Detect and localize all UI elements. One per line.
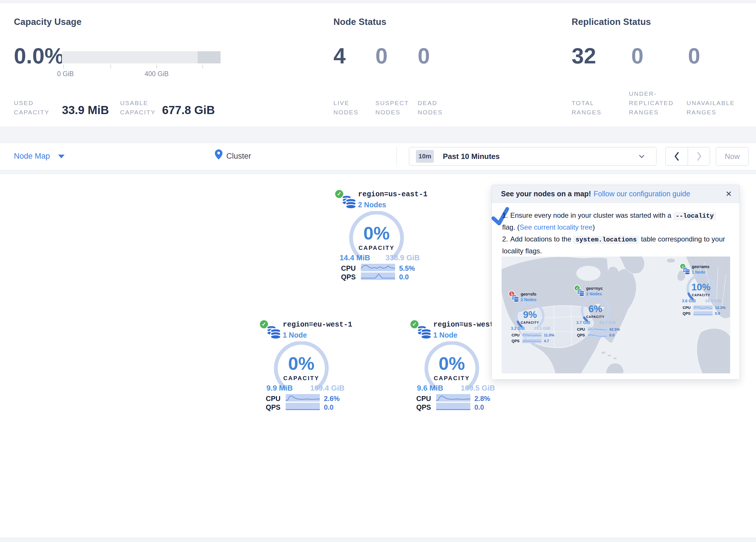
config-step-2: 2.Add locations to the system.locations … xyxy=(502,234,731,256)
locality-tree-link[interactable]: See current locality tree xyxy=(520,223,592,231)
qps-value: 0.0 xyxy=(609,333,614,337)
capacity-label: CAPACITY xyxy=(678,293,724,297)
capacity-used-value: 3.7 GiB xyxy=(572,320,594,325)
capacity-total-value: 65.7 GiB xyxy=(596,320,619,325)
replication-status-title: Replication Status xyxy=(572,17,651,27)
axis-tick-label: 0 GiB xyxy=(48,70,83,78)
locality-label: region=eu-west-1 xyxy=(283,321,352,329)
cpu-row: CPU 12.3% xyxy=(678,306,726,310)
cpu-value: 11.0% xyxy=(544,333,554,337)
unavailable-label: UNAVAILABLE RANGES xyxy=(687,98,742,117)
configuration-guide-link[interactable]: Follow our configuration guide xyxy=(594,190,690,198)
qps-sparkline xyxy=(588,333,607,337)
capacity-percent: 0% xyxy=(330,223,423,243)
qps-label: QPS xyxy=(255,403,280,412)
cpu-value: 2.6% xyxy=(324,395,340,403)
breadcrumb[interactable]: Cluster xyxy=(215,149,223,161)
capacity-percent: 10% xyxy=(678,282,724,293)
live-nodes-count: 4 xyxy=(333,45,346,67)
time-range-dropdown[interactable]: 10m Past 10 Minutes xyxy=(409,147,656,166)
used-capacity-value: 33.9 MiB xyxy=(62,104,109,117)
locality-label: geo=ams xyxy=(692,264,709,269)
cpu-sparkline xyxy=(361,264,395,271)
view-selector-dropdown[interactable]: Node Map xyxy=(14,152,65,161)
node-group-us-east-1[interactable]: ✓ region=us-east-1 2 Nodes 0% CAPACITY 1… xyxy=(330,188,423,284)
database-stack-icon xyxy=(416,325,432,340)
cpu-value: 12.3% xyxy=(715,306,726,310)
capacity-used-value: 3.6 GiB xyxy=(678,299,700,303)
map-node-geo-nyc[interactable]: ✓ geo=nyc 2 Nodes 6% CAPACITY 3.7 GiB 65… xyxy=(572,284,620,339)
code-system-locations: system.locations xyxy=(573,236,639,244)
qps-label: QPS xyxy=(572,333,585,337)
qps-value: 0.0 xyxy=(399,273,409,281)
now-button[interactable]: Now xyxy=(716,147,749,166)
cpu-row: CPU 11.0% xyxy=(507,333,555,338)
qps-label: QPS xyxy=(507,339,520,343)
qps-value: 0.0 xyxy=(324,403,333,412)
qps-row: QPS 0.0 xyxy=(405,403,498,411)
qps-row: QPS 4.7 xyxy=(507,339,555,344)
capacity-usage-bar xyxy=(62,51,221,63)
map-node-geo-sfo[interactable]: 1 geo=sfo 2 Nodes 9% CAPACITY 3.2 GiB 35… xyxy=(507,290,555,345)
capacity-usage-title: Capacity Usage xyxy=(14,17,82,27)
cpu-row: CPU 42.5% xyxy=(572,327,620,332)
cpu-label: CPU xyxy=(255,395,280,403)
node-group-us-west-1[interactable]: ✓ region=us-west-1 1 Node 0% CAPACITY 9.… xyxy=(405,319,498,414)
node-map-panel: ✓ region=us-east-1 2 Nodes 0% CAPACITY 1… xyxy=(0,174,756,538)
time-step-forward-button[interactable] xyxy=(688,147,710,165)
node-count-link[interactable]: 2 Nodes xyxy=(358,201,386,209)
capacity-label: CAPACITY xyxy=(330,245,423,251)
node-map-config-popup: See your nodes on a map! Follow our conf… xyxy=(491,185,740,380)
capacity-used-value: 3.2 GiB xyxy=(507,326,529,331)
node-count-link: 2 Nodes xyxy=(521,297,536,302)
capacity-used-value: 14.4 MiB xyxy=(333,253,377,262)
cpu-sparkline xyxy=(693,306,713,310)
cpu-label: CPU xyxy=(405,395,431,403)
qps-label: QPS xyxy=(330,273,356,281)
locality-label: region=us-east-1 xyxy=(358,190,427,198)
total-ranges-count: 32 xyxy=(572,45,596,67)
cpu-label: CPU xyxy=(678,306,691,310)
node-group-eu-west-1[interactable]: ✓ region=eu-west-1 1 Node 0% CAPACITY 9.… xyxy=(255,319,348,414)
map-pin-icon xyxy=(215,149,223,159)
qps-value: 0.0 xyxy=(474,403,484,412)
capacity-percent: 0% xyxy=(405,353,498,374)
qps-sparkline xyxy=(436,403,470,410)
suspect-nodes-label: SUSPECT NODES xyxy=(375,98,412,117)
config-step-1: 1.Ensure every node in your cluster was … xyxy=(502,210,731,233)
database-stack-icon xyxy=(511,295,520,302)
node-count-link: 2 Nodes xyxy=(586,292,602,296)
cpu-row: CPU 2.8% xyxy=(405,395,498,402)
database-stack-icon xyxy=(682,267,691,275)
capacity-total-value: 338.9 GiB xyxy=(381,253,424,262)
capacity-percent: 9% xyxy=(507,309,553,320)
cpu-sparkline xyxy=(286,394,320,402)
code-locality-flag: --locality xyxy=(673,212,716,220)
qps-row: QPS 0.0 xyxy=(678,311,726,316)
step-number: 1. xyxy=(502,210,510,221)
capacity-total-value: 169.5 GiB xyxy=(456,384,500,393)
database-stack-icon xyxy=(341,194,357,209)
cpu-sparkline xyxy=(588,327,607,332)
locality-label: geo=nyc xyxy=(586,286,603,291)
close-icon[interactable]: ✕ xyxy=(725,189,732,198)
chevron-left-icon xyxy=(674,152,680,161)
usable-capacity-label: USABLE CAPACITY xyxy=(120,98,162,117)
node-count-link[interactable]: 1 Node xyxy=(433,331,457,339)
capacity-total-value: 34.4 GiB xyxy=(702,299,725,303)
map-node-geo-ams[interactable]: ✓ geo=ams 1 Node 10% CAPACITY 3.6 GiB 34… xyxy=(678,262,726,317)
cpu-value: 5.5% xyxy=(399,264,415,273)
node-count-link[interactable]: 1 Node xyxy=(283,331,307,339)
database-stack-icon xyxy=(576,289,585,297)
time-range-badge: 10m xyxy=(416,150,434,163)
step-number: 2. xyxy=(502,234,510,245)
qps-sparkline xyxy=(522,339,542,343)
qps-sparkline xyxy=(286,403,320,410)
axis-tick xyxy=(157,65,157,69)
qps-sparkline xyxy=(361,273,395,280)
popup-title: See your nodes on a map! xyxy=(501,190,591,198)
capacity-total-value: 169.4 GiB xyxy=(306,384,349,393)
map-toolbar: Node Map Cluster 10m Past 10 Minutes Now xyxy=(0,143,756,170)
time-step-back-button[interactable] xyxy=(666,147,688,165)
node-status-title: Node Status xyxy=(333,17,386,27)
